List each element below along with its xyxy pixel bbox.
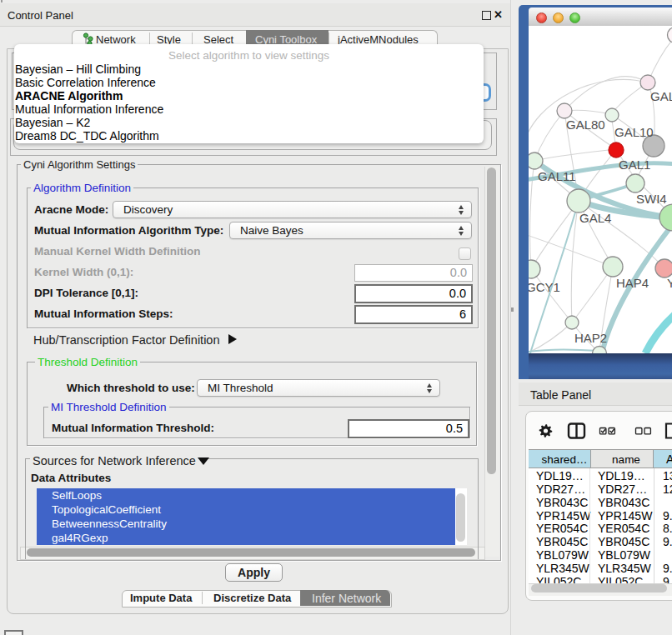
svg-text:GAL4: GAL4 (579, 211, 611, 225)
svg-text:GAL2: GAL2 (650, 89, 672, 103)
svg-text:SWI4: SWI4 (636, 192, 667, 206)
svg-text:GAL11: GAL11 (538, 169, 576, 183)
svg-text:GAL80: GAL80 (566, 118, 605, 132)
svg-text:HAP4: HAP4 (616, 276, 649, 290)
svg-text:GAL10: GAL10 (614, 125, 654, 139)
svg-text:Y: Y (667, 276, 672, 290)
svg-text:GCY1: GCY1 (529, 280, 560, 294)
svg-text:GAL1: GAL1 (619, 158, 650, 172)
svg-text:HAP2: HAP2 (574, 331, 607, 345)
